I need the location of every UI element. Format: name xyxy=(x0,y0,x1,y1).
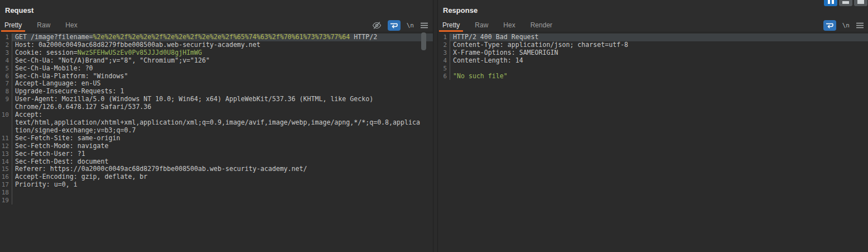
line-text[interactable]: Cookie: session=NwzSFEHwUSzEv0Pv85JJJd0U… xyxy=(12,49,433,57)
tab-pretty[interactable]: Pretty xyxy=(1,18,25,32)
line-text[interactable]: "No such file" xyxy=(450,73,868,80)
line-text[interactable] xyxy=(450,65,868,73)
word-wrap-toggle-icon[interactable] xyxy=(388,20,401,31)
editor-line: 6Sec-Ch-Ua-Platform: "Windows" xyxy=(0,73,433,80)
line-number: 3 xyxy=(438,49,450,57)
line-number: 10 xyxy=(0,111,12,135)
line-text[interactable]: Sec-Fetch-Site: same-origin xyxy=(12,135,433,142)
request-panel: Request Pretty Raw Hex xyxy=(0,0,433,252)
line-number: 5 xyxy=(0,65,12,73)
editor-line: 4Sec-Ch-Ua: "Not/A)Brand";v="8", "Chromi… xyxy=(0,57,433,65)
editor-line: 4Content-Length: 14 xyxy=(438,57,868,65)
line-text[interactable]: Content-Type: application/json; charset=… xyxy=(450,41,868,49)
editor-line: 10Accept: text/html,application/xhtml+xm… xyxy=(0,111,433,135)
line-number: 11 xyxy=(0,135,12,142)
request-scrollbar-thumb[interactable] xyxy=(421,32,426,50)
editor-line: 1HTTP/2 400 Bad Request xyxy=(438,34,868,41)
tab-hex[interactable]: Hex xyxy=(500,18,518,32)
line-text[interactable]: Content-Length: 14 xyxy=(450,57,868,65)
editor-line: 7Accept-Language: en-US xyxy=(0,80,433,88)
line-number: 17 xyxy=(0,181,12,189)
line-text[interactable]: Host: 0a2000c0049ac68d8279fbbe008500ab.w… xyxy=(12,41,433,49)
layout-view-buttons xyxy=(824,0,867,6)
request-title: Request xyxy=(5,6,33,15)
line-text[interactable]: Priority: u=0, i xyxy=(12,181,433,189)
line-number: 3 xyxy=(0,49,12,57)
show-newlines-toggle[interactable]: \n xyxy=(842,22,850,29)
response-toolbar: \n xyxy=(823,18,864,32)
line-text[interactable]: X-Frame-Options: SAMEORIGIN xyxy=(450,49,868,57)
tab-raw[interactable]: Raw xyxy=(471,18,491,32)
line-text[interactable]: Upgrade-Insecure-Requests: 1 xyxy=(12,88,433,96)
request-tabbar: Pretty Raw Hex xyxy=(0,18,433,32)
editor-line: 13Sec-Fetch-User: ?1 xyxy=(0,150,433,158)
tab-render[interactable]: Render xyxy=(527,18,556,32)
editor-line: 17Priority: u=0, i xyxy=(0,181,433,189)
tab-raw[interactable]: Raw xyxy=(33,18,54,32)
word-wrap-toggle-icon[interactable] xyxy=(823,20,836,31)
editor-line: 5Sec-Ch-Ua-Mobile: ?0 xyxy=(0,65,433,73)
line-number: 16 xyxy=(0,173,12,181)
editor-line: 16Accept-Encoding: gzip, deflate, br xyxy=(0,173,433,181)
response-panel: Response Pretty Raw Hex Render xyxy=(437,0,868,252)
line-text[interactable]: Sec-Fetch-Mode: navigate xyxy=(12,142,433,150)
line-number: 19 xyxy=(0,197,12,205)
response-title: Response xyxy=(443,6,478,15)
tab-underline xyxy=(1,30,25,32)
editor-line: 12Sec-Fetch-Mode: navigate xyxy=(0,142,433,150)
line-text[interactable]: Sec-Ch-Ua-Mobile: ?0 xyxy=(12,65,433,73)
line-number: 1 xyxy=(438,34,450,41)
layout-single-button[interactable] xyxy=(854,0,867,6)
editor-line: 6"No such file" xyxy=(438,73,868,80)
line-text[interactable]: Accept-Language: en-US xyxy=(12,80,433,88)
line-text[interactable]: Sec-Fetch-Dest: document xyxy=(12,158,433,166)
request-editor[interactable]: 1GET /image?filename=%2e%2e%2f%2e%2e%2f%… xyxy=(0,32,433,252)
line-text[interactable]: HTTP/2 400 Bad Request xyxy=(450,34,868,41)
layout-stacked-button[interactable] xyxy=(839,0,852,6)
editor-line: 9User-Agent: Mozilla/5.0 (Windows NT 10.… xyxy=(0,96,433,111)
line-number: 6 xyxy=(0,73,12,80)
line-text[interactable]: GET /image?filename=%2e%2e%2f%2e%2e%2f%2… xyxy=(12,34,433,41)
editor-menu-icon[interactable] xyxy=(420,22,428,29)
editor-line: 15Referer: https://0a2000c0049ac68d8279f… xyxy=(0,165,433,173)
line-number: 4 xyxy=(438,57,450,65)
line-number: 4 xyxy=(0,57,12,65)
line-number: 18 xyxy=(0,189,12,197)
editor-line: 19 xyxy=(0,197,433,205)
line-text[interactable]: Sec-Fetch-User: ?1 xyxy=(12,150,433,158)
editor-line: 2Content-Type: application/json; charset… xyxy=(438,41,868,49)
line-number: 1 xyxy=(0,34,12,41)
line-number: 7 xyxy=(0,80,12,88)
http-message-viewer: Request Pretty Raw Hex xyxy=(0,0,868,252)
tab-hex[interactable]: Hex xyxy=(62,18,80,32)
line-text[interactable] xyxy=(12,189,433,197)
editor-menu-icon[interactable] xyxy=(856,22,864,29)
line-number: 8 xyxy=(0,88,12,96)
editor-line: 3Cookie: session=NwzSFEHwUSzEv0Pv85JJJd0… xyxy=(0,49,433,57)
hide-nonprintable-icon[interactable] xyxy=(372,21,382,30)
single-pane-icon xyxy=(857,0,864,4)
line-text[interactable]: Referer: https://0a2000c0049ac68d8279fbb… xyxy=(12,165,433,173)
layout-side-by-side-button[interactable] xyxy=(824,0,837,6)
editor-line: 8Upgrade-Insecure-Requests: 1 xyxy=(0,88,433,96)
request-toolbar: \n xyxy=(372,18,428,32)
line-text[interactable]: Sec-Ch-Ua: "Not/A)Brand";v="8", "Chromiu… xyxy=(12,57,433,65)
response-editor[interactable]: 1HTTP/2 400 Bad Request2Content-Type: ap… xyxy=(438,32,868,252)
line-text[interactable]: Accept-Encoding: gzip, deflate, br xyxy=(12,173,433,181)
tab-pretty[interactable]: Pretty xyxy=(439,18,463,32)
editor-line: 11Sec-Fetch-Site: same-origin xyxy=(0,135,433,142)
show-newlines-toggle[interactable]: \n xyxy=(407,22,414,29)
line-text[interactable]: User-Agent: Mozilla/5.0 (Windows NT 10.0… xyxy=(12,96,433,111)
editor-line: 1GET /image?filename=%2e%2e%2f%2e%2e%2f%… xyxy=(0,34,433,41)
line-text[interactable] xyxy=(12,197,433,205)
editor-line: 5 xyxy=(438,65,868,73)
tab-underline xyxy=(439,30,463,32)
editor-line: 18 xyxy=(0,189,433,197)
line-number: 2 xyxy=(0,41,12,49)
editor-line: 3X-Frame-Options: SAMEORIGIN xyxy=(438,49,868,57)
columns-icon xyxy=(828,0,834,4)
line-text[interactable]: Sec-Ch-Ua-Platform: "Windows" xyxy=(12,73,433,80)
line-text[interactable]: Accept: text/html,application/xhtml+xml,… xyxy=(12,111,433,135)
line-number: 5 xyxy=(438,65,450,73)
line-number: 14 xyxy=(0,158,12,166)
